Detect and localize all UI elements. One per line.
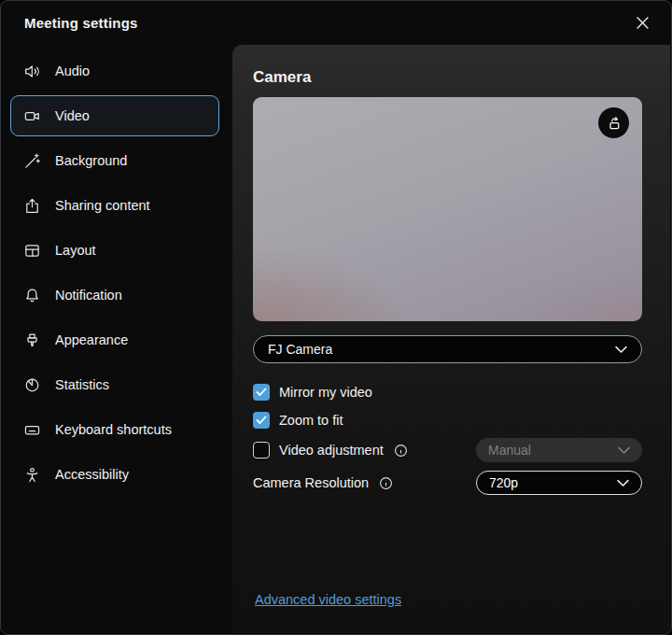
rotate-camera-button[interactable]	[598, 107, 629, 138]
check-icon	[256, 416, 267, 425]
camera-resolution-label: Camera Resolution	[253, 475, 369, 490]
camera-options: Mirror my video Zoom to fit Video adjust…	[253, 382, 642, 495]
zoom-to-fit-row: Zoom to fit	[253, 410, 642, 430]
video-adjustment-label: Video adjustment	[279, 443, 384, 458]
camera-device-select[interactable]: FJ Camera	[253, 335, 642, 363]
chevron-down-icon	[618, 443, 630, 458]
accessibility-icon	[23, 466, 41, 484]
sidebar-item-label: Video	[55, 108, 90, 123]
chevron-down-icon	[615, 342, 627, 357]
sidebar-item-label: Layout	[55, 243, 96, 258]
share-content-icon	[23, 197, 41, 215]
layout-grid-icon	[23, 242, 41, 260]
sidebar-item-appearance[interactable]: Appearance	[10, 319, 219, 360]
camera-device-value: FJ Camera	[268, 342, 332, 357]
rotate-camera-icon	[605, 114, 623, 133]
zoom-to-fit-checkbox[interactable]	[253, 412, 270, 429]
zoom-to-fit-label: Zoom to fit	[279, 413, 343, 428]
video-adjustment-checkbox[interactable]	[253, 442, 270, 459]
camera-resolution-select[interactable]: 720p	[476, 471, 642, 495]
sidebar-item-label: Audio	[55, 64, 90, 78]
magic-wand-icon	[23, 152, 41, 170]
info-icon[interactable]	[394, 444, 408, 458]
sidebar-item-keyboard-shortcuts[interactable]: Keyboard shortcuts	[10, 409, 219, 450]
sidebar-item-sharing-content[interactable]: Sharing content	[10, 185, 219, 226]
camera-resolution-row: Camera Resolution 720p	[253, 471, 642, 495]
camera-resolution-value: 720p	[489, 475, 518, 490]
sidebar-item-label: Appearance	[55, 332, 128, 347]
chevron-down-icon	[617, 475, 629, 490]
sidebar-item-label: Sharing content	[55, 198, 150, 213]
speaker-icon	[23, 63, 41, 80]
meeting-settings-dialog: Meeting settings Audio Video	[0, 0, 672, 635]
close-icon	[636, 16, 650, 30]
paintbrush-icon	[23, 332, 41, 349]
sidebar-item-video[interactable]: Video	[10, 95, 219, 136]
sidebar-item-accessibility[interactable]: Accessibility	[10, 454, 219, 495]
sidebar-item-notification[interactable]: Notification	[10, 275, 219, 316]
sidebar-item-statistics[interactable]: Statistics	[10, 364, 219, 405]
video-adjustment-mode-value: Manual	[488, 443, 531, 458]
check-icon	[256, 388, 267, 397]
sidebar-item-label: Statistics	[55, 377, 109, 392]
sidebar-item-layout[interactable]: Layout	[10, 230, 219, 271]
sidebar-item-label: Accessibility	[55, 467, 129, 482]
mirror-video-row: Mirror my video	[253, 382, 642, 402]
advanced-video-settings-link[interactable]: Advanced video settings	[255, 592, 401, 607]
video-camera-icon	[23, 107, 41, 125]
bell-icon	[23, 287, 41, 304]
mirror-video-label: Mirror my video	[279, 385, 372, 400]
sidebar-item-label: Notification	[55, 288, 122, 303]
camera-preview	[253, 97, 642, 321]
video-settings-panel: Camera FJ Camera	[232, 45, 670, 633]
sidebar-item-label: Keyboard shortcuts	[55, 422, 172, 437]
sidebar-item-audio[interactable]: Audio	[10, 50, 219, 92]
sidebar-item-label: Background	[55, 153, 127, 168]
sidebar-item-background[interactable]: Background	[10, 140, 219, 181]
section-heading: Camera	[253, 68, 642, 87]
settings-sidebar: Audio Video Background Sharing content	[1, 47, 232, 633]
info-icon[interactable]	[379, 476, 393, 490]
titlebar: Meeting settings	[1, 1, 671, 45]
pie-chart-icon	[23, 376, 41, 394]
video-adjustment-mode-select: Manual	[476, 438, 642, 462]
close-button[interactable]	[628, 9, 656, 37]
video-adjustment-row: Video adjustment Manual	[253, 438, 642, 462]
mirror-video-checkbox[interactable]	[253, 384, 270, 401]
keyboard-icon	[23, 421, 41, 439]
dialog-title: Meeting settings	[24, 15, 138, 31]
